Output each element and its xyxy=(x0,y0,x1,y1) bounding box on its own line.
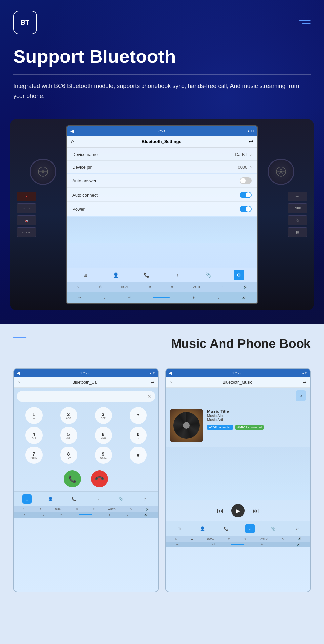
dial-4[interactable]: 4GHI xyxy=(25,427,43,444)
music-tab-music-active[interactable]: ♪ xyxy=(245,524,255,533)
dial-7[interactable]: 7PQRS xyxy=(25,447,43,464)
music-tab-contacts[interactable]: 👤 xyxy=(198,524,207,533)
nav-back-icon[interactable]: ↩ xyxy=(249,138,253,145)
auto-connect-toggle[interactable] xyxy=(240,192,252,198)
pb-vol[interactable]: 🔊 xyxy=(146,508,149,511)
music-nav-back[interactable]: ↩ xyxy=(303,380,307,385)
settings-row-power[interactable]: Power xyxy=(67,202,257,216)
call-button[interactable]: 📞 xyxy=(64,470,81,487)
car-vent-left xyxy=(30,159,56,185)
hamburger-menu-icon[interactable] xyxy=(299,20,311,24)
next-track-button[interactable]: ⏭ xyxy=(253,507,259,515)
auto-answer-toggle[interactable] xyxy=(240,177,252,184)
tab-icon-settings-active[interactable]: ⚙ xyxy=(234,270,244,280)
bottom-hamburger-icon[interactable] xyxy=(13,337,26,340)
vbar-vol2[interactable]: 🔊 xyxy=(242,296,246,299)
phone-bottom-bar2: ↩ 0 ⏎ ❄ 0 🔊 xyxy=(14,512,158,518)
dial-3[interactable]: 3DEF xyxy=(95,407,112,424)
dial-hash[interactable]: # xyxy=(130,447,147,464)
phone-tab-phone[interactable]: 📞 xyxy=(69,494,79,504)
mb-snow[interactable]: ❄ xyxy=(228,537,230,540)
phone-tab-contacts[interactable]: 👤 xyxy=(46,494,55,504)
music-nav-home[interactable]: ⌂ xyxy=(169,380,172,385)
pb-snow[interactable]: ❄ xyxy=(76,508,78,511)
prev-track-button[interactable]: ⏮ xyxy=(217,507,223,515)
mb-fan[interactable]: ⤡ xyxy=(282,537,284,540)
music-info: Music Title Music Album Music Artist A2D… xyxy=(207,409,306,430)
dial-2[interactable]: 2ABC xyxy=(60,407,77,424)
settings-row-auto-answer[interactable]: Auto answer xyxy=(67,174,257,188)
pb-cycle[interactable]: ↺ xyxy=(92,508,95,511)
phone-nav-back[interactable]: ↩ xyxy=(151,380,155,385)
dial-9[interactable]: 9WXYZ xyxy=(95,447,112,464)
phone-tab-link[interactable]: 📎 xyxy=(117,494,126,504)
music-tab-link[interactable]: 📎 xyxy=(269,524,278,533)
power-toggle[interactable] xyxy=(240,206,252,212)
pb2-vol[interactable]: 🔊 xyxy=(144,513,148,516)
mb-vol[interactable]: 🔊 xyxy=(298,537,301,540)
bar-home[interactable]: ⌂ xyxy=(77,285,79,289)
dial-5[interactable]: 5JKL xyxy=(60,427,77,444)
tab-icon-link[interactable]: 📎 xyxy=(203,270,214,280)
mb-home[interactable]: ⌂ xyxy=(175,537,177,540)
phone-tab-apps[interactable]: ⊞ xyxy=(22,494,32,504)
vbar-slider[interactable] xyxy=(153,297,170,298)
mb2-slider[interactable] xyxy=(231,544,244,545)
tab-icon-music[interactable]: ♪ xyxy=(172,270,183,280)
mb-power[interactable]: ⏻ xyxy=(190,537,193,540)
play-pause-button[interactable]: ▶ xyxy=(231,504,245,517)
settings-row-auto-connect[interactable]: Auto connect xyxy=(67,188,257,202)
settings-row-device-name[interactable]: Device name CarBT › xyxy=(67,148,257,161)
settings-row-device-pin[interactable]: Device pin 0000 › xyxy=(67,161,257,173)
phone-input-row[interactable]: ✕ xyxy=(17,391,155,402)
car-btn-rear[interactable]: ☃ xyxy=(288,215,307,225)
tab-icon-phone[interactable]: 📞 xyxy=(142,270,152,280)
vbar-seat[interactable]: ⏎ xyxy=(128,296,131,299)
car-btn-mode[interactable]: MODE xyxy=(17,227,36,237)
phone-tab-music[interactable]: ♪ xyxy=(93,494,102,504)
nav-home-icon[interactable]: ⌂ xyxy=(71,139,74,145)
tab-icon-contacts[interactable]: 👤 xyxy=(111,270,121,280)
dial-0[interactable]: 0- xyxy=(130,427,147,444)
vbar-back[interactable]: ↩ xyxy=(78,296,81,299)
bar-fan[interactable]: ⤡ xyxy=(221,285,224,289)
bar-snow[interactable]: ❄ xyxy=(149,285,151,289)
dial-star[interactable]: * xyxy=(130,407,147,424)
bar-recycle[interactable]: ↺ xyxy=(171,285,174,289)
phone-time: 17:53 xyxy=(80,371,89,375)
car-btn-ac[interactable]: A/C xyxy=(288,192,307,201)
pb2-seat[interactable]: ⏎ xyxy=(60,513,62,516)
pb-home[interactable]: ⌂ xyxy=(23,508,24,511)
bar-vol[interactable]: 🔊 xyxy=(243,285,247,289)
pb-power[interactable]: ⏻ xyxy=(38,508,41,511)
music-tab-settings[interactable]: ⊙ xyxy=(292,524,302,533)
music-tab-phone[interactable]: 📞 xyxy=(222,524,231,533)
bt-logo: BT xyxy=(13,11,37,34)
dial-6[interactable]: 6MNO xyxy=(95,427,112,444)
phone-back-btn[interactable]: ◀ xyxy=(17,371,20,375)
car-btn-car[interactable]: 🚗 xyxy=(17,215,36,225)
music-back-btn[interactable]: ◀ xyxy=(169,371,172,375)
mb2-vol[interactable]: 🔊 xyxy=(297,543,300,546)
back-arrow[interactable]: ◀ xyxy=(70,128,74,134)
mb-cycle[interactable]: ↺ xyxy=(244,537,247,540)
car-btn-rec[interactable]: ▤ xyxy=(288,227,307,237)
music-tab-apps[interactable]: ⊞ xyxy=(175,524,184,533)
car-btn-auto[interactable]: AUTO xyxy=(17,203,36,213)
phone-tab-settings[interactable]: ⊙ xyxy=(140,494,149,504)
car-btn-hazard[interactable]: ▲ xyxy=(17,192,36,201)
phone-close-icon[interactable]: ✕ xyxy=(147,394,151,399)
hangup-button[interactable]: 📞 xyxy=(87,467,112,491)
music-note-icon[interactable]: ♪ xyxy=(296,390,306,401)
phone-nav-home[interactable]: ⌂ xyxy=(17,380,20,385)
tab-icon-apps[interactable]: ⊞ xyxy=(80,270,91,280)
dial-1[interactable]: 1— xyxy=(25,407,43,424)
pb2-slider[interactable] xyxy=(79,514,92,515)
car-btn-off[interactable]: OFF xyxy=(288,203,307,213)
mb2-seat[interactable]: ⏎ xyxy=(212,543,215,546)
dial-8[interactable]: 8TUV xyxy=(60,447,77,464)
pb2-back[interactable]: ↩ xyxy=(24,513,26,516)
pb-fan[interactable]: ⤡ xyxy=(130,508,132,511)
bar-power[interactable]: ⏻ xyxy=(99,285,101,289)
mb2-back[interactable]: ↩ xyxy=(176,543,179,546)
